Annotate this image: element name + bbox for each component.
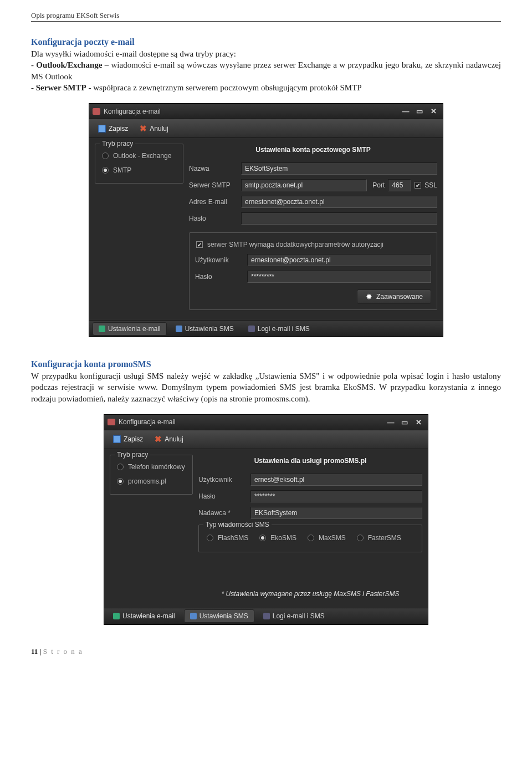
cancel-button[interactable]: ✖ Anuluj [135,123,172,134]
password-input[interactable] [241,212,437,225]
maximize-button[interactable]: ▭ [398,417,411,427]
email-input[interactable]: ernestonet@poczta.onet.pl [241,196,437,208]
tab-label: Ustawienia SMS [200,612,248,620]
maximize-button[interactable]: ▭ [413,106,426,116]
radio-fastersms[interactable]: FasterSMS [357,533,401,543]
work-mode-fieldset: Tryb pracy Telefon komórkowy promosms.pl [110,455,193,495]
bottom-tabbar: Ustawienia e-mail Ustawienia SMS Logi e-… [89,320,443,337]
radio-ekosms[interactable]: EkoSMS [259,533,296,543]
tab-email-settings[interactable]: Ustawienia e-mail [93,322,167,335]
tab-label: Logi e-mail i SMS [273,612,325,620]
save-button[interactable]: Zapisz [109,434,147,445]
password2-input[interactable]: ********* [247,271,431,283]
bottom-tabbar: Ustawienia e-mail Ustawienia SMS Logi e-… [104,608,428,624]
page-footer: 11 | S t r o n a [31,647,501,656]
button-label: Zaawansowane [376,293,423,301]
advanced-button[interactable]: ✸ Zaawansowane [357,289,431,304]
log-icon [248,326,255,332]
save-icon [113,435,121,443]
user-input[interactable]: ernestonet@poczta.onet.pl [247,254,431,266]
tab-email-settings[interactable]: Ustawienia e-mail [108,610,181,622]
window-title: Konfiguracja e-mail [119,418,176,426]
section-title-email: Konfiguracja poczty e-mail [31,37,501,47]
auth-fieldset: serwer SMTP wymaga dodatkowychparametrów… [189,232,437,310]
text-bold: - Outlook/Exchange [31,60,102,69]
radio-flashsms[interactable]: FlashSMS [207,533,248,543]
tab-label: Logi e-mail i SMS [258,325,310,333]
window-titlebar: Konfiguracja e-mail — ▭ ✕ [89,104,443,119]
radio-phone[interactable]: Telefon komórkowy [116,460,187,474]
close-button[interactable]: ✕ [427,106,439,116]
tab-logs[interactable]: Logi e-mail i SMS [258,610,330,622]
radio-icon [102,167,109,174]
tab-sms-settings[interactable]: Ustawienia SMS [170,323,239,335]
radio-outlook[interactable]: Outlook - Exchange [101,149,177,163]
port-label: Port [372,181,385,189]
radio-label: promosms.pl [128,477,166,485]
log-icon [263,613,270,619]
server-input[interactable]: smtp.poczta.onet.pl [241,179,367,191]
radio-icon [207,535,213,541]
body-paragraph: W przypadku konfiguracji usługi SMS nale… [31,370,501,404]
close-button[interactable]: ✕ [412,417,424,427]
footnote-text: * Ustawienia wymagane przez usługę MaxSM… [198,557,422,602]
radio-label: Outlook - Exchange [113,152,171,160]
fieldset-legend: Tryb pracy [100,140,135,148]
auth-checkbox-row[interactable]: serwer SMTP wymaga dodatkowychparametrów… [195,237,431,252]
tab-logs[interactable]: Logi e-mail i SMS [243,323,315,335]
radio-label: Telefon komórkowy [128,463,185,471]
toolbar: Zapisz ✖ Anuluj [89,119,443,138]
user-label: Użytkownik [198,476,245,484]
email-label: Adres E-mail [189,198,236,206]
name-label: Nazwa [189,165,236,172]
sender-label: Nadawca * [198,509,245,517]
minimize-button[interactable]: — [400,106,412,116]
radio-icon [259,535,266,541]
ssl-checkbox[interactable] [415,182,421,189]
fieldset-legend: Typ wiadomości SMS [203,521,272,528]
page-number: 11 | [31,647,43,655]
cancel-button[interactable]: ✖ Anuluj [150,434,187,445]
radio-label: FasterSMS [368,534,401,542]
tab-label: Ustawienia e-mail [122,612,175,620]
panel-title: Ustawienia konta pocztowego SMTP [189,144,437,160]
body-paragraph: Dla wysyłki wiadomości e-mail dostępne s… [31,48,501,93]
user-label: Użytkownik [195,256,242,264]
radio-smtp[interactable]: SMTP [101,163,177,177]
text: – wiadomości e-mail są wówczas wysyłane … [31,60,501,80]
button-label: Zapisz [124,435,143,443]
checkbox-icon [196,241,203,248]
text-bold: - Serwer SMTP [31,83,86,92]
radio-label: SMTP [113,166,131,174]
button-label: Anuluj [150,125,168,133]
name-input[interactable]: EKSoftSystem [241,162,437,175]
work-mode-fieldset: Tryb pracy Outlook - Exchange SMTP [95,144,183,184]
password-label: Hasło [198,492,245,500]
tab-sms-settings[interactable]: Ustawienia SMS [184,609,254,623]
toolbar: Zapisz ✖ Anuluj [104,430,428,449]
sender-input[interactable]: EKSoftSystem [250,507,422,519]
app-icon [108,419,115,425]
section-title-promosms: Konfiguracja konta promoSMS [31,359,501,369]
email-config-window: Konfiguracja e-mail — ▭ ✕ Zapisz ✖ Anulu… [89,103,443,337]
radio-maxsms[interactable]: MaxSMS [308,533,346,543]
minimize-button[interactable]: — [385,417,397,427]
password-label: Hasło [189,215,236,222]
fieldset-legend: Tryb pracy [115,451,150,459]
radio-icon [117,464,124,470]
panel-title: Ustawienia dla usługi promoSMS.pl [198,455,422,471]
tab-label: Ustawienia SMS [185,325,234,333]
radio-promosms[interactable]: promosms.pl [116,474,187,489]
cancel-icon: ✖ [139,125,147,133]
sms-type-fieldset: Typ wiadomości SMS FlashSMS EkoSMS Ma [198,525,422,552]
checkbox-label: serwer SMTP wymaga dodatkowychparametrów… [207,241,383,248]
password2-label: Hasło [195,273,242,281]
save-button[interactable]: Zapisz [94,123,132,134]
port-input[interactable]: 465 [388,179,411,191]
user-input[interactable]: ernest@eksoft.pl [250,474,422,486]
page-word: S t r o n a [43,647,83,655]
password-input[interactable]: ******** [250,490,422,502]
gear-icon: ✸ [365,293,373,301]
phone-icon [190,613,197,619]
button-label: Zapisz [109,125,128,133]
